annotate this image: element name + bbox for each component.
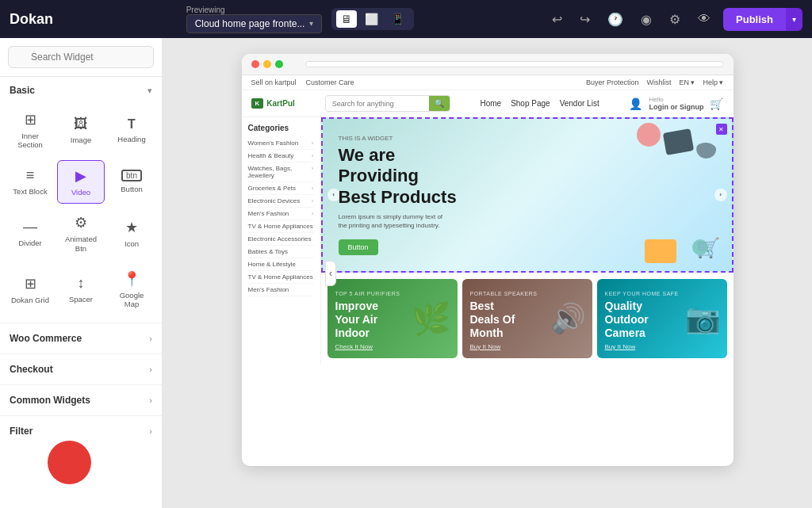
preview-eye-btn[interactable]: 👁 [693,7,715,31]
site-language-selector[interactable]: EN ▾ [679,78,695,86]
toggle-sidebar-btn[interactable]: ‹ [325,261,336,286]
animated-btn-label: Animated Btn [61,235,101,253]
icon-label: Icon [124,239,139,248]
cat-tv-home2[interactable]: TV & Home Appliances [248,271,314,284]
site-sell-link[interactable]: Sell on kartpul [251,78,297,86]
cat-electronic-accessories[interactable]: Electronic Accessories [248,233,314,246]
site-content: Categories Women's Fashion› Health & Bea… [242,117,733,365]
checkout-label: Checkout [10,364,53,375]
publish-arrow-btn[interactable]: ▾ [786,8,802,31]
dokan-grid-icon: ⊞ [25,275,36,292]
browser-frame: Sell on kartpul Customer Care Buyer Prot… [242,54,733,466]
widget-google-map[interactable]: 📍 Google Map [108,263,155,316]
topbar-center: Previewing Cloud home page fronte... ▾ 🖥… [186,6,415,33]
site-help-link[interactable]: Help ▾ [703,78,723,86]
spacer-label: Spacer [69,295,93,304]
preview-name-btn[interactable]: Cloud home page fronte... ▾ [186,14,323,33]
hero-banner: THIS IS A WIDGET We areProvidingBest Pro… [321,117,733,273]
cat-home-lifestyle[interactable]: Home & Lifestyle [248,258,314,271]
pc-cta-2[interactable]: Buy It Now [470,343,584,350]
cat-health-beauty[interactable]: Health & Beauty› [248,150,314,162]
publish-btn[interactable]: Publish [723,8,786,31]
browser-dots [251,60,283,68]
site-buyer-protection: Buyer Protection [586,78,639,86]
pc-cta-3[interactable]: Buy It Now [605,343,719,350]
cat-tv-home1[interactable]: TV & Home Appliances [248,220,314,233]
search-input[interactable] [8,46,154,68]
widget-dokan-grid[interactable]: ⊞ Dokan Grid [6,263,54,316]
site-customer-care-link[interactable]: Customer Care [306,78,354,86]
nav-home[interactable]: Home [480,99,501,108]
cat-groceries-pets[interactable]: Groceries & Pets› [248,182,314,195]
checkout-arrow: › [149,365,152,374]
nav-shop-page[interactable]: Shop Page [511,99,550,108]
common-widgets-arrow: › [149,395,152,405]
widget-inner-section[interactable]: ⊞ Inner Section [6,104,54,157]
history-btn[interactable]: 🕐 [603,7,628,32]
widget-video[interactable]: ▶ Video [57,160,105,204]
device-desktop-btn[interactable]: 🖥 [336,10,357,28]
widget-text-block[interactable]: ≡ Text Block [6,160,54,204]
preview-dropdown-icon: ▾ [309,19,313,28]
hero-images: 🛒 [597,119,724,271]
site-nav: K KartPul 🔍 Home Shop Page Vendor List 👤… [242,90,733,117]
red-circle-decoration [48,441,91,484]
widget-button[interactable]: btn Button [108,160,155,204]
browser-bar [242,54,733,75]
checkout-header[interactable]: Checkout › [0,354,162,384]
nav-cart-icon[interactable]: 🛒 [710,97,723,110]
button-label: Button [121,185,142,193]
site-search-input[interactable] [326,97,429,111]
pc-cta-1[interactable]: Check It Now [335,343,450,350]
nav-login-link[interactable]: Login or Signup [649,103,703,111]
main-layout: 🔍 Basic ▾ ⊞ Inner Section 🖼 Image T Head… [0,38,812,508]
site-wishlist-link[interactable]: Wishlist [646,78,671,86]
product-row: TOP 5 AIR PURIFIERS ImproveYour AirIndoo… [321,273,733,365]
sidebar: 🔍 Basic ▾ ⊞ Inner Section 🖼 Image T Head… [0,38,163,508]
cat-babies-toys[interactable]: Babies & Toys [248,246,314,258]
cat-womens-fashion[interactable]: Women's Fashion› [248,137,314,150]
woo-commerce-header[interactable]: Woo Commerce › [0,323,162,353]
filter-header[interactable]: Filter › [0,416,162,446]
cat-mens-fashion[interactable]: Men's Fashion› [248,208,314,220]
layers-btn[interactable]: ◉ [636,7,657,32]
basic-section-header[interactable]: Basic ▾ [0,77,162,101]
widget-animated-btn[interactable]: ⚙ Animated Btn [57,207,105,260]
animated-btn-icon: ⚙ [75,214,87,231]
site-topbar-left: Sell on kartpul Customer Care [251,78,354,86]
publish-label: Publish [736,13,773,25]
widget-spacer[interactable]: ↕ Spacer [57,263,105,316]
hero-decorations: 🛒 [597,119,724,271]
button-icon: btn [121,170,142,181]
hero-next-arrow[interactable]: › [714,189,727,201]
widget-icon[interactable]: ★ Icon [108,207,155,260]
basic-section-label: Basic [10,85,35,96]
widget-image[interactable]: 🖼 Image [57,104,105,157]
search-wrap: 🔍 [8,46,154,68]
preview-name: Cloud home page fronte... [195,18,305,29]
preview-label: Previewing [186,6,225,14]
inner-section-icon: ⊞ [25,111,36,128]
hero-text: THIS IS A WIDGET We areProvidingBest Pro… [339,135,457,255]
nav-vendor-list[interactable]: Vendor List [560,99,599,108]
undo-btn[interactable]: ↩ [547,7,567,32]
settings-btn[interactable]: ⚙ [665,7,685,32]
hero-cta-btn[interactable]: Button [339,239,378,255]
device-mobile-btn[interactable]: 📱 [386,10,409,28]
site-search-btn[interactable]: 🔍 [429,96,450,111]
pc-tag-1: TOP 5 AIR PURIFIERS [335,291,450,296]
cat-electronic-devices[interactable]: Electronic Devices› [248,195,314,208]
cat-mens-fashion2[interactable]: Men's Fashion [248,284,314,296]
image-label: Image [71,136,91,144]
common-widgets-header[interactable]: Common Widgets › [0,385,162,415]
categories-title: Categories [248,124,314,132]
site-nav-right: 👤 Hello Login or Signup 🛒 [629,96,723,111]
cat-watches-bags[interactable]: Watches, Bags, Jewellery› [248,162,314,182]
widget-heading[interactable]: T Heading [108,104,155,157]
device-tablet-btn[interactable]: ⬜ [360,10,383,28]
redo-btn[interactable]: ↪ [575,7,595,32]
widget-divider[interactable]: — Divider [6,207,54,260]
url-bar[interactable] [305,61,724,67]
hero-heading: We areProvidingBest Products [339,145,457,208]
search-box: 🔍 [0,38,162,77]
